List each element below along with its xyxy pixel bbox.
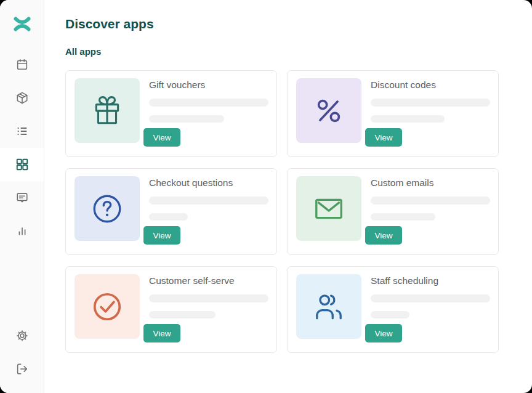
calendar-icon bbox=[15, 58, 29, 71]
brand-x-logo-icon bbox=[13, 15, 31, 33]
percent-icon bbox=[312, 94, 345, 128]
card-body: Gift vouchers View bbox=[143, 78, 268, 147]
grid-icon bbox=[15, 158, 29, 171]
sidebar-item-messages[interactable] bbox=[0, 181, 44, 214]
sidebar-item-lists[interactable] bbox=[0, 115, 44, 148]
customer-self-serve-tile bbox=[75, 274, 140, 339]
app-card-title: Custom emails bbox=[371, 177, 434, 188]
view-button[interactable]: View bbox=[365, 128, 402, 147]
sidebar-item-reports[interactable] bbox=[0, 214, 44, 248]
app-card-customer-self-serve: Customer self-serve View bbox=[65, 266, 277, 353]
mail-icon bbox=[312, 192, 345, 225]
skeleton-line bbox=[149, 115, 224, 123]
app-card-title: Discount codes bbox=[371, 79, 436, 91]
skeleton-line bbox=[371, 294, 490, 302]
view-button[interactable]: View bbox=[365, 324, 402, 342]
apps-grid: Gift vouchers View Discount codes bbox=[65, 70, 532, 353]
check-circle-icon bbox=[91, 290, 124, 323]
app-card-title: Gift vouchers bbox=[149, 79, 205, 91]
view-button[interactable]: View bbox=[143, 128, 180, 147]
app-card-checkout-questions: Checkout questions View bbox=[65, 168, 277, 255]
sidebar-item-calendar[interactable] bbox=[0, 48, 44, 81]
sidebar bbox=[0, 0, 44, 393]
skeleton-line bbox=[371, 311, 409, 319]
bar-chart-icon bbox=[15, 224, 29, 238]
app-card-gift-vouchers: Gift vouchers View bbox=[65, 70, 277, 157]
package-icon bbox=[15, 91, 29, 105]
app-card-title: Customer self-serve bbox=[149, 275, 235, 286]
gear-icon bbox=[15, 329, 29, 342]
view-button[interactable]: View bbox=[143, 324, 180, 342]
app-window: Discover apps All apps Gift vouchers bbox=[0, 0, 532, 393]
skeleton-line bbox=[371, 197, 490, 205]
app-card-title: Checkout questions bbox=[149, 177, 233, 188]
sidebar-item-logout[interactable] bbox=[0, 352, 44, 386]
skeleton-line bbox=[149, 311, 216, 319]
skeleton-line bbox=[371, 115, 445, 123]
main-content: Discover apps All apps Gift vouchers bbox=[44, 0, 532, 393]
gift-icon bbox=[91, 94, 124, 128]
app-card-custom-emails: Custom emails View bbox=[287, 168, 499, 255]
question-circle-icon bbox=[91, 192, 124, 225]
skeleton-line bbox=[149, 99, 268, 107]
sidebar-item-apps[interactable] bbox=[0, 148, 44, 181]
card-body: Customer self-serve View bbox=[143, 274, 268, 342]
app-card-title: Staff scheduling bbox=[371, 275, 438, 286]
sidebar-item-settings[interactable] bbox=[0, 319, 44, 352]
view-button[interactable]: View bbox=[143, 226, 180, 245]
section-title: All apps bbox=[65, 46, 532, 57]
sidebar-item-products[interactable] bbox=[0, 81, 44, 115]
app-card-discount-codes: Discount codes View bbox=[287, 70, 499, 157]
brand-logo[interactable] bbox=[0, 0, 44, 48]
list-icon bbox=[15, 124, 29, 138]
app-card-staff-scheduling: Staff scheduling View bbox=[287, 266, 499, 353]
sidebar-spacer bbox=[0, 248, 44, 319]
card-body: Staff scheduling View bbox=[365, 274, 490, 342]
custom-emails-tile bbox=[296, 176, 361, 241]
sidebar-footer bbox=[0, 319, 44, 386]
card-body: Discount codes View bbox=[365, 78, 490, 147]
people-icon bbox=[312, 290, 345, 323]
skeleton-line bbox=[371, 99, 490, 107]
card-body: Checkout questions View bbox=[143, 176, 268, 245]
discount-codes-tile bbox=[296, 78, 361, 143]
card-body: Custom emails View bbox=[365, 176, 490, 245]
logout-icon bbox=[15, 362, 29, 376]
page-title: Discover apps bbox=[65, 17, 532, 31]
skeleton-line bbox=[371, 213, 435, 221]
skeleton-line bbox=[149, 197, 268, 205]
skeleton-line bbox=[149, 294, 268, 302]
gift-vouchers-tile bbox=[75, 78, 140, 143]
skeleton-line bbox=[149, 213, 188, 221]
checkout-questions-tile bbox=[75, 176, 140, 241]
chat-icon bbox=[15, 191, 29, 205]
staff-scheduling-tile bbox=[296, 274, 361, 339]
view-button[interactable]: View bbox=[365, 226, 402, 245]
